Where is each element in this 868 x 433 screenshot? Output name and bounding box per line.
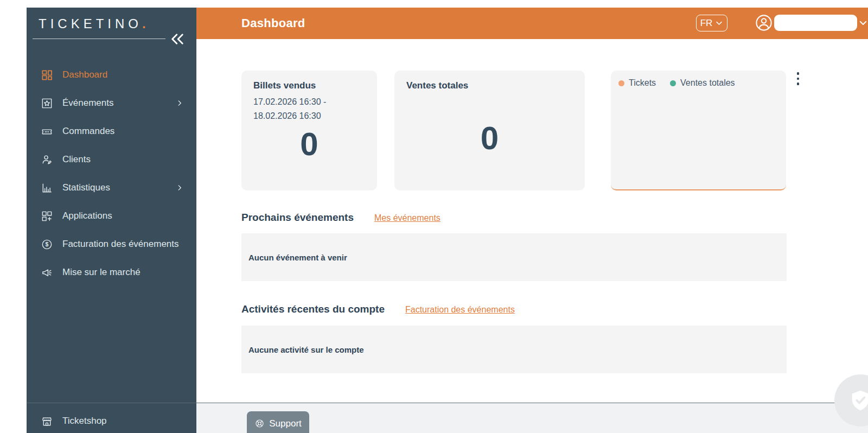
- section-title: Activités récentes du compte: [241, 303, 385, 315]
- account-menu[interactable]: [755, 14, 868, 31]
- top-header: Dashboard FR: [196, 8, 868, 39]
- card-ventes-totales: Ventes totales 0: [394, 71, 585, 190]
- recent-activities-header: Activités récentes du compte Facturation…: [241, 303, 515, 315]
- shield-check-icon: [848, 388, 868, 413]
- sidebar-item-dashboard[interactable]: Dashboard: [27, 61, 196, 89]
- bar-chart-icon: [41, 181, 54, 194]
- svg-text:$: $: [46, 241, 49, 247]
- sidebar-item-applications[interactable]: Applications: [27, 202, 196, 230]
- date-line-1: 17.02.2026 16:30 -: [253, 95, 365, 109]
- sidebar-item-commandes[interactable]: Commandes: [27, 117, 196, 145]
- chevron-down-icon: [715, 19, 723, 27]
- card-billets-vendus: Billets vendus 17.02.2026 16:30 - 18.02.…: [241, 71, 377, 190]
- sidebar-item-label: Ticketshop: [62, 416, 107, 426]
- chevron-right-icon: [176, 99, 183, 107]
- sidebar-bottom-nav: Ticketshop: [27, 407, 196, 433]
- user-name-field[interactable]: [774, 15, 857, 31]
- sidebar-item-ticketshop[interactable]: Ticketshop: [27, 407, 196, 433]
- ventes-series-dot: [670, 80, 676, 86]
- chart-legend: Tickets Ventes totales: [618, 78, 778, 88]
- lifebuoy-icon: [254, 418, 265, 429]
- no-activity-text: Aucune activité sur le compte: [248, 345, 364, 354]
- date-line-2: 18.02.2026 16:30: [253, 109, 365, 123]
- mes-evenements-link[interactable]: Mes événements: [374, 213, 441, 223]
- facturation-link[interactable]: Facturation des événements: [405, 305, 515, 315]
- upcoming-events-panel: Aucun événement à venir: [241, 233, 787, 281]
- storefront-icon: [41, 415, 54, 428]
- language-code: FR: [700, 18, 713, 29]
- section-title: Prochains événements: [241, 212, 354, 224]
- legend-entry-tickets: Tickets: [618, 78, 656, 88]
- legend-label: Tickets: [629, 78, 656, 88]
- chevron-down-icon: [858, 18, 868, 28]
- sidebar-item-clients[interactable]: Clients: [27, 145, 196, 174]
- grid-plus-icon: [41, 209, 54, 222]
- tickets-sold-value: 0: [253, 125, 365, 163]
- sidebar-item-evenements[interactable]: Événements: [27, 89, 196, 117]
- chart-options-kebab-icon[interactable]: [794, 72, 802, 85]
- sidebar-item-label: Commandes: [62, 126, 114, 137]
- sidebar-item-label: Clients: [62, 154, 91, 165]
- main-content: Billets vendus 17.02.2026 16:30 - 18.02.…: [196, 39, 868, 403]
- footer-bar: Support: [196, 403, 868, 433]
- logo-dot: .: [142, 16, 146, 31]
- sidebar-item-label: Facturation des événements: [62, 239, 179, 250]
- legend-label: Ventes totales: [680, 78, 735, 88]
- dollar-circle-icon: $: [41, 238, 54, 251]
- language-selector[interactable]: FR: [696, 15, 727, 31]
- dashboard-grid-icon: [41, 68, 54, 81]
- card-title: Ventes totales: [406, 80, 573, 91]
- collapse-sidebar-icon[interactable]: [169, 31, 186, 47]
- legend-entry-ventes-totales: Ventes totales: [670, 78, 735, 88]
- ticket-icon: [41, 125, 54, 138]
- total-sales-value: 0: [406, 119, 573, 157]
- card-date-range: 17.02.2026 16:30 - 18.02.2026 16:30: [253, 95, 365, 123]
- no-upcoming-events-text: Aucun événement à venir: [248, 253, 347, 262]
- sidebar-item-label: Mise sur le marché: [62, 267, 141, 278]
- sidebar-item-mise-sur-le-marche[interactable]: Mise sur le marché: [27, 258, 196, 286]
- user-circle-icon: [755, 14, 773, 31]
- recent-activities-panel: Aucune activité sur le compte: [241, 326, 787, 373]
- sidebar-item-label: Statistiques: [62, 182, 110, 193]
- sidebar-item-statistiques[interactable]: Statistiques: [27, 174, 196, 202]
- sidebar-item-label: Applications: [62, 211, 112, 221]
- logo-text: TICKETINO: [39, 16, 142, 31]
- support-button[interactable]: Support: [247, 411, 309, 433]
- ticketino-logo[interactable]: TICKETINO.: [39, 16, 146, 31]
- page-title: Dashboard: [241, 16, 305, 30]
- tickets-series-dot: [618, 80, 624, 86]
- sidebar-item-label: Événements: [62, 98, 114, 109]
- person-edit-icon: [41, 153, 54, 166]
- card-title: Billets vendus: [253, 80, 365, 91]
- support-label: Support: [269, 418, 302, 429]
- megaphone-icon: [41, 266, 54, 279]
- sidebar: TICKETINO. Dashboard Événements: [27, 8, 196, 433]
- star-square-icon: [41, 97, 54, 110]
- upcoming-events-header: Prochains événements Mes événements: [241, 212, 441, 224]
- sales-chart-card: Tickets Ventes totales: [611, 71, 786, 190]
- chevron-right-icon: [176, 183, 183, 192]
- sidebar-item-label: Dashboard: [62, 69, 107, 80]
- sidebar-item-facturation[interactable]: $ Facturation des événements: [27, 230, 196, 258]
- sidebar-nav: Dashboard Événements Commandes: [27, 61, 196, 286]
- sidebar-divider: [27, 403, 196, 403]
- logo-divider: [33, 39, 165, 39]
